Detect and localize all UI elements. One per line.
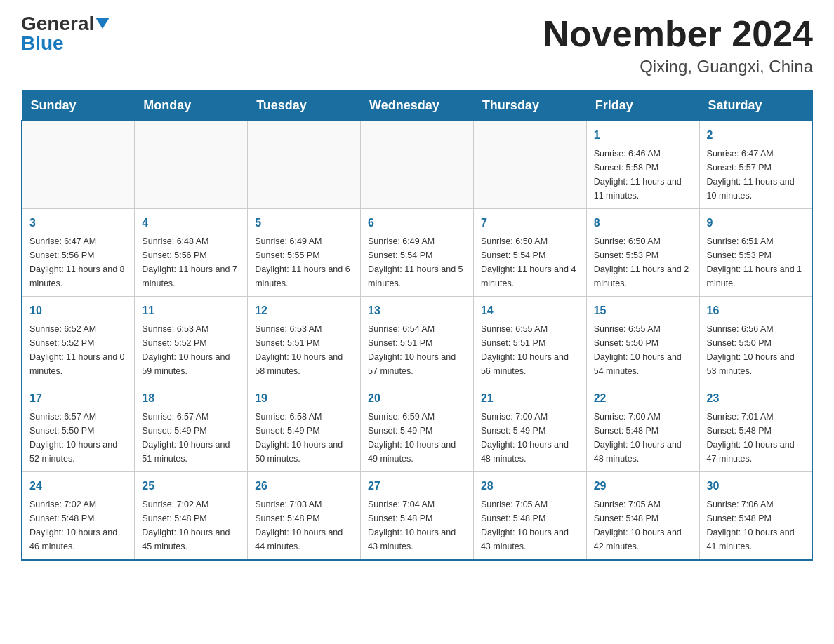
calendar-week-row: 3Sunrise: 6:47 AMSunset: 5:56 PMDaylight… [22, 209, 812, 297]
day-number: 18 [142, 390, 240, 407]
calendar-day-cell [473, 121, 586, 209]
day-number: 7 [481, 215, 579, 232]
calendar-week-row: 24Sunrise: 7:02 AMSunset: 5:48 PMDayligh… [22, 472, 812, 561]
day-info: Sunrise: 6:47 AMSunset: 5:56 PMDaylight:… [29, 234, 127, 290]
day-number: 25 [142, 478, 240, 495]
day-number: 21 [481, 390, 579, 407]
logo-general-text: General [21, 14, 94, 34]
day-info: Sunrise: 6:55 AMSunset: 5:51 PMDaylight:… [481, 322, 579, 378]
day-info: Sunrise: 6:57 AMSunset: 5:50 PMDaylight:… [29, 410, 127, 466]
calendar-day-cell: 10Sunrise: 6:52 AMSunset: 5:52 PMDayligh… [22, 297, 135, 384]
day-number: 19 [255, 390, 353, 407]
day-info: Sunrise: 7:01 AMSunset: 5:48 PMDaylight:… [707, 410, 805, 466]
day-number: 4 [142, 215, 240, 232]
day-info: Sunrise: 6:56 AMSunset: 5:50 PMDaylight:… [707, 322, 805, 378]
day-info: Sunrise: 6:50 AMSunset: 5:53 PMDaylight:… [594, 234, 692, 290]
day-number: 6 [368, 215, 466, 232]
calendar-day-cell: 23Sunrise: 7:01 AMSunset: 5:48 PMDayligh… [699, 384, 812, 472]
day-info: Sunrise: 6:53 AMSunset: 5:51 PMDaylight:… [255, 322, 353, 378]
calendar-day-cell: 21Sunrise: 7:00 AMSunset: 5:49 PMDayligh… [473, 384, 586, 472]
day-number: 8 [594, 215, 692, 232]
calendar-day-cell: 17Sunrise: 6:57 AMSunset: 5:50 PMDayligh… [22, 384, 135, 472]
day-info: Sunrise: 7:00 AMSunset: 5:49 PMDaylight:… [481, 410, 579, 466]
day-of-week-header: Saturday [699, 91, 812, 121]
day-number: 14 [481, 302, 579, 319]
day-info: Sunrise: 7:06 AMSunset: 5:48 PMDaylight:… [707, 497, 805, 554]
day-info: Sunrise: 6:57 AMSunset: 5:49 PMDaylight:… [142, 410, 240, 466]
calendar-day-cell [22, 121, 135, 209]
calendar-day-cell: 30Sunrise: 7:06 AMSunset: 5:48 PMDayligh… [699, 472, 812, 561]
calendar-day-cell: 3Sunrise: 6:47 AMSunset: 5:56 PMDaylight… [22, 209, 135, 297]
day-info: Sunrise: 7:00 AMSunset: 5:48 PMDaylight:… [594, 410, 692, 466]
calendar-day-cell: 25Sunrise: 7:02 AMSunset: 5:48 PMDayligh… [135, 472, 248, 561]
calendar-day-cell: 11Sunrise: 6:53 AMSunset: 5:52 PMDayligh… [135, 297, 248, 384]
day-number: 3 [29, 215, 127, 232]
calendar-day-cell [361, 121, 474, 209]
day-number: 16 [707, 302, 805, 319]
calendar-header-row: SundayMondayTuesdayWednesdayThursdayFrid… [22, 91, 812, 121]
day-info: Sunrise: 7:03 AMSunset: 5:48 PMDaylight:… [255, 497, 353, 554]
calendar-day-cell: 20Sunrise: 6:59 AMSunset: 5:49 PMDayligh… [361, 384, 474, 472]
calendar-day-cell: 18Sunrise: 6:57 AMSunset: 5:49 PMDayligh… [135, 384, 248, 472]
day-number: 20 [368, 390, 466, 407]
page-header: General Blue November 2024 Qixing, Guang… [21, 14, 813, 76]
calendar-day-cell: 12Sunrise: 6:53 AMSunset: 5:51 PMDayligh… [248, 297, 361, 384]
calendar-day-cell: 24Sunrise: 7:02 AMSunset: 5:48 PMDayligh… [22, 472, 135, 561]
day-info: Sunrise: 6:49 AMSunset: 5:54 PMDaylight:… [368, 234, 466, 290]
day-number: 29 [594, 478, 692, 495]
calendar-week-row: 17Sunrise: 6:57 AMSunset: 5:50 PMDayligh… [22, 384, 812, 472]
calendar-title: November 2024 [543, 14, 813, 54]
day-info: Sunrise: 6:49 AMSunset: 5:55 PMDaylight:… [255, 234, 353, 290]
calendar-week-row: 10Sunrise: 6:52 AMSunset: 5:52 PMDayligh… [22, 297, 812, 384]
calendar-day-cell: 28Sunrise: 7:05 AMSunset: 5:48 PMDayligh… [473, 472, 586, 561]
logo: General Blue [21, 14, 110, 53]
day-of-week-header: Tuesday [248, 91, 361, 121]
day-info: Sunrise: 6:52 AMSunset: 5:52 PMDaylight:… [29, 322, 127, 378]
day-of-week-header: Sunday [22, 91, 135, 121]
calendar-day-cell: 14Sunrise: 6:55 AMSunset: 5:51 PMDayligh… [473, 297, 586, 384]
calendar-day-cell: 9Sunrise: 6:51 AMSunset: 5:53 PMDaylight… [699, 209, 812, 297]
day-number: 30 [707, 478, 805, 495]
day-number: 13 [368, 302, 466, 319]
logo-blue-text: Blue [21, 34, 64, 53]
calendar-day-cell: 6Sunrise: 6:49 AMSunset: 5:54 PMDaylight… [361, 209, 474, 297]
calendar-day-cell: 22Sunrise: 7:00 AMSunset: 5:48 PMDayligh… [586, 384, 699, 472]
day-number: 10 [29, 302, 127, 319]
calendar-table: SundayMondayTuesdayWednesdayThursdayFrid… [21, 90, 813, 561]
day-info: Sunrise: 7:05 AMSunset: 5:48 PMDaylight:… [594, 497, 692, 554]
day-number: 27 [368, 478, 466, 495]
day-number: 5 [255, 215, 353, 232]
calendar-day-cell: 7Sunrise: 6:50 AMSunset: 5:54 PMDaylight… [473, 209, 586, 297]
day-info: Sunrise: 7:05 AMSunset: 5:48 PMDaylight:… [481, 497, 579, 554]
calendar-day-cell: 4Sunrise: 6:48 AMSunset: 5:56 PMDaylight… [135, 209, 248, 297]
calendar-day-cell [248, 121, 361, 209]
logo-triangle-icon [95, 18, 110, 29]
day-info: Sunrise: 7:02 AMSunset: 5:48 PMDaylight:… [142, 497, 240, 554]
day-info: Sunrise: 6:55 AMSunset: 5:50 PMDaylight:… [594, 322, 692, 378]
calendar-day-cell: 27Sunrise: 7:04 AMSunset: 5:48 PMDayligh… [361, 472, 474, 561]
calendar-day-cell: 29Sunrise: 7:05 AMSunset: 5:48 PMDayligh… [586, 472, 699, 561]
day-info: Sunrise: 7:02 AMSunset: 5:48 PMDaylight:… [29, 497, 127, 554]
day-info: Sunrise: 6:51 AMSunset: 5:53 PMDaylight:… [707, 234, 805, 290]
calendar-day-cell: 5Sunrise: 6:49 AMSunset: 5:55 PMDaylight… [248, 209, 361, 297]
day-number: 9 [707, 215, 805, 232]
calendar-week-row: 1Sunrise: 6:46 AMSunset: 5:58 PMDaylight… [22, 121, 812, 209]
day-number: 22 [594, 390, 692, 407]
day-number: 11 [142, 302, 240, 319]
day-number: 23 [707, 390, 805, 407]
day-of-week-header: Thursday [473, 91, 586, 121]
calendar-day-cell: 26Sunrise: 7:03 AMSunset: 5:48 PMDayligh… [248, 472, 361, 561]
calendar-day-cell: 2Sunrise: 6:47 AMSunset: 5:57 PMDaylight… [699, 121, 812, 209]
day-number: 1 [594, 127, 692, 144]
calendar-day-cell: 1Sunrise: 6:46 AMSunset: 5:58 PMDaylight… [586, 121, 699, 209]
day-info: Sunrise: 6:47 AMSunset: 5:57 PMDaylight:… [707, 147, 805, 203]
day-of-week-header: Wednesday [361, 91, 474, 121]
calendar-day-cell: 8Sunrise: 6:50 AMSunset: 5:53 PMDaylight… [586, 209, 699, 297]
day-info: Sunrise: 6:48 AMSunset: 5:56 PMDaylight:… [142, 234, 240, 290]
day-number: 28 [481, 478, 579, 495]
day-of-week-header: Monday [135, 91, 248, 121]
day-number: 15 [594, 302, 692, 319]
day-of-week-header: Friday [586, 91, 699, 121]
calendar-day-cell: 15Sunrise: 6:55 AMSunset: 5:50 PMDayligh… [586, 297, 699, 384]
day-info: Sunrise: 6:53 AMSunset: 5:52 PMDaylight:… [142, 322, 240, 378]
